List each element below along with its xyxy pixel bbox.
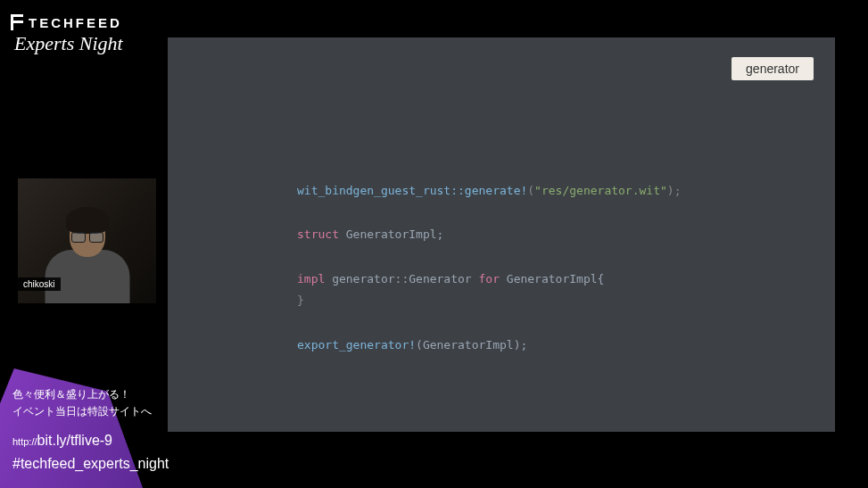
- code-token-macro: export_generator!: [297, 338, 416, 352]
- code-snippet: wit_bindgen_guest_rust::generate!("res/g…: [297, 180, 681, 357]
- webcam-feed: chikoski: [18, 178, 156, 303]
- code-token-string: "res/generator.wit": [534, 184, 667, 197]
- slide-title-badge: generator: [732, 57, 814, 80]
- brand-text: TECHFEED: [29, 15, 122, 30]
- code-line-5: impl generator::Generator for GeneratorI…: [297, 269, 681, 291]
- presentation-slide: generator wit_bindgen_guest_rust::genera…: [168, 37, 835, 432]
- promo-lines: 色々便利＆盛り上がる！ イベント当日は特設サイトへ: [12, 386, 152, 420]
- code-token-keyword: for: [479, 272, 500, 285]
- code-token-keyword: struct: [297, 227, 339, 241]
- code-token-type: generator::Generator: [325, 272, 478, 285]
- code-line-blank: [297, 246, 681, 269]
- code-line-1: wit_bindgen_guest_rust::generate!("res/g…: [297, 180, 681, 203]
- code-token-punct: );: [667, 184, 682, 197]
- subtitle-text: Experts Night: [11, 32, 145, 55]
- url-prefix: http://: [12, 436, 37, 447]
- code-line-8: export_generator!(GeneratorImpl);: [297, 335, 681, 357]
- code-token-macro: wit_bindgen_guest_rust::generate!: [297, 184, 527, 197]
- code-line-6: }: [297, 290, 681, 312]
- promo-line-2: イベント当日は特設サイトへ: [12, 403, 152, 420]
- code-token-type: GeneratorImpl;: [339, 227, 443, 241]
- code-token-type: GeneratorImpl{: [500, 272, 604, 285]
- logo-f-icon: [11, 14, 23, 30]
- promo-line-1: 色々便利＆盛り上がる！: [12, 386, 152, 403]
- code-token-punct: (: [527, 184, 534, 197]
- url-main: bit.ly/tflive-9: [37, 433, 112, 448]
- code-line-3: struct GeneratorImpl;: [297, 224, 681, 246]
- brand-logo: TECHFEED: [11, 14, 145, 30]
- code-line-blank: [297, 203, 681, 225]
- code-line-blank: [297, 312, 681, 335]
- code-token-punct: }: [297, 294, 304, 307]
- code-token-args: (GeneratorImpl);: [416, 338, 527, 352]
- presenter-name-label: chikoski: [18, 277, 61, 291]
- hashtag-text: #techfeed_experts_night: [12, 456, 169, 472]
- code-token-keyword: impl: [297, 272, 325, 285]
- logo-block: TECHFEED Experts Night: [0, 0, 156, 61]
- promo-url: http://bit.ly/tflive-9: [12, 433, 112, 449]
